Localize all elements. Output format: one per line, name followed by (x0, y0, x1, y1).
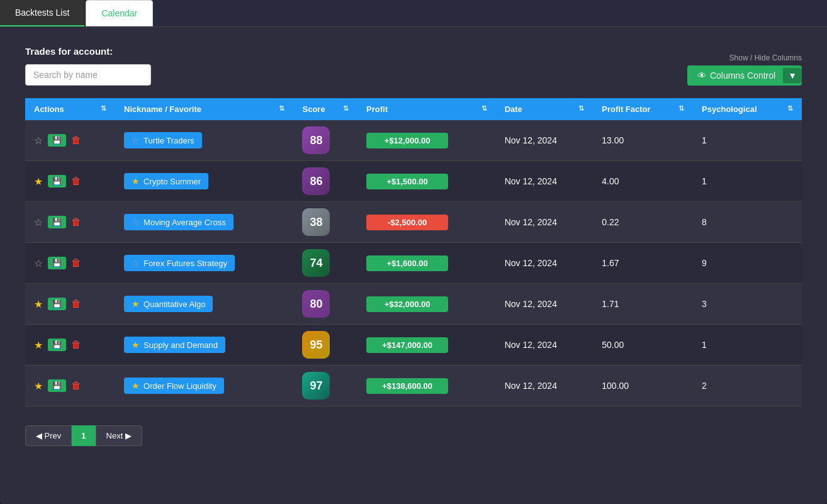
delete-button[interactable]: 🗑 (71, 380, 81, 391)
profit-cell: +$1,600.00 (357, 243, 496, 284)
save-button[interactable]: 💾 (48, 298, 66, 310)
nickname-star-icon: ★ (132, 176, 140, 186)
profit-cell: -$2,500.00 (357, 202, 496, 243)
save-button[interactable]: 💾 (48, 339, 66, 351)
save-button[interactable]: 💾 (48, 134, 66, 147)
nickname-badge[interactable]: ☆ Moving Average Cross (124, 214, 233, 230)
profit-factor-cell: 100.00 (593, 366, 693, 406)
dropdown-arrow-icon[interactable]: ▼ (783, 68, 802, 83)
favorite-star[interactable]: ★ (34, 298, 43, 310)
profit-cell: +$147,000.00 (357, 325, 496, 366)
main-content: Trades for account: Show / Hide Columns … (0, 27, 827, 504)
psychological-cell: 1 (693, 161, 802, 202)
search-input[interactable] (25, 64, 151, 86)
sort-icon-score: ⇅ (343, 104, 349, 113)
nickname-badge[interactable]: ★ Quantitative Algo (124, 296, 213, 312)
data-table: Actions ⇅ Nickname / Favorite ⇅ Score ⇅ … (25, 98, 802, 406)
columns-control-button[interactable]: 👁 Columns Control ▼ (687, 65, 802, 86)
table-row: ☆ 💾 🗑 ☆ Turtle Traders 88 +$12,000.00 No… (25, 120, 802, 161)
profit-badge: +$147,000.00 (366, 337, 448, 353)
tab-backtests[interactable]: Backtests List (0, 0, 84, 26)
table-header-row: Actions ⇅ Nickname / Favorite ⇅ Score ⇅ … (25, 98, 802, 120)
nickname-cell: ☆ Forex Futures Strategy (115, 243, 293, 284)
profit-badge: -$2,500.00 (366, 215, 448, 230)
profit-badge: +$12,000.00 (366, 133, 448, 148)
profit-badge: +$32,000.00 (366, 296, 448, 312)
favorite-star[interactable]: ☆ (34, 135, 43, 147)
favorite-star[interactable]: ★ (34, 339, 43, 351)
nickname-badge[interactable]: ★ Supply and Demand (124, 337, 225, 353)
table-row: ★ 💾 🗑 ★ Quantitative Algo 80 +$32,000.00… (25, 284, 802, 325)
nickname-star-icon: ☆ (132, 217, 140, 227)
date-cell: Nov 12, 2024 (496, 161, 594, 202)
actions-cell: ☆ 💾 🗑 (25, 243, 115, 284)
sort-icon-date: ⇅ (578, 104, 584, 113)
delete-button[interactable]: 🗑 (71, 176, 81, 187)
favorite-star[interactable]: ★ (34, 176, 43, 188)
score-cell: 80 (293, 284, 357, 325)
col-actions[interactable]: Actions ⇅ (25, 98, 115, 120)
col-psychological[interactable]: Psychological ⇅ (693, 98, 802, 120)
score-badge: 86 (302, 167, 330, 195)
nickname-text: Supply and Demand (143, 340, 218, 350)
nickname-star-icon: ☆ (132, 135, 140, 145)
col-profit[interactable]: Profit ⇅ (357, 98, 496, 120)
nickname-text: Turtle Traders (143, 136, 194, 145)
profit-cell: +$32,000.00 (357, 284, 496, 325)
delete-button[interactable]: 🗑 (71, 135, 81, 146)
delete-button[interactable]: 🗑 (71, 257, 81, 269)
nickname-text: Order Flow Liquidity (143, 381, 217, 391)
nickname-star-icon: ☆ (132, 258, 140, 268)
save-button[interactable]: 💾 (48, 257, 66, 269)
save-button[interactable]: 💾 (48, 379, 66, 392)
profit-factor-cell: 1.67 (593, 243, 693, 284)
nickname-badge[interactable]: ★ Crypto Summer (124, 173, 208, 189)
nickname-text: Moving Average Cross (143, 218, 226, 227)
favorite-star[interactable]: ☆ (34, 257, 43, 269)
profit-cell: +$138,600.00 (357, 366, 496, 406)
psychological-cell: 1 (693, 325, 802, 366)
psychological-cell: 8 (693, 202, 802, 243)
nickname-cell: ★ Supply and Demand (115, 325, 293, 366)
nickname-badge[interactable]: ☆ Forex Futures Strategy (124, 255, 235, 271)
nickname-star-icon: ★ (132, 381, 140, 391)
delete-button[interactable]: 🗑 (71, 298, 81, 310)
favorite-star[interactable]: ★ (34, 380, 43, 392)
col-nickname[interactable]: Nickname / Favorite ⇅ (115, 98, 293, 120)
eye-icon: 👁 (697, 70, 706, 81)
score-badge: 88 (302, 126, 330, 154)
table-row: ☆ 💾 🗑 ☆ Moving Average Cross 38 -$2,500.… (25, 202, 802, 243)
nickname-cell: ★ Crypto Summer (115, 161, 293, 202)
delete-button[interactable]: 🗑 (71, 216, 81, 228)
nickname-badge[interactable]: ☆ Turtle Traders (124, 132, 201, 148)
nickname-badge[interactable]: ★ Order Flow Liquidity (124, 378, 224, 394)
next-button[interactable]: Next ▶ (96, 425, 142, 446)
save-button[interactable]: 💾 (48, 175, 66, 188)
score-cell: 95 (293, 325, 357, 366)
sort-icon-nickname: ⇅ (279, 104, 284, 113)
show-hide-label: Show / Hide Columns (729, 53, 802, 62)
save-button[interactable]: 💾 (48, 216, 66, 228)
prev-button[interactable]: ◀ Prev (25, 425, 72, 446)
score-cell: 38 (293, 202, 357, 243)
date-cell: Nov 12, 2024 (496, 120, 594, 161)
col-date[interactable]: Date ⇅ (496, 98, 594, 120)
profit-cell: +$1,500.00 (357, 161, 496, 202)
score-badge: 38 (302, 208, 330, 236)
score-badge: 74 (302, 249, 330, 277)
actions-cell: ★ 💾 🗑 (25, 325, 115, 366)
delete-button[interactable]: 🗑 (71, 339, 81, 350)
table-row: ★ 💾 🗑 ★ Crypto Summer 86 +$1,500.00 Nov … (25, 161, 802, 202)
favorite-star[interactable]: ☆ (34, 216, 43, 228)
col-profit-factor[interactable]: Profit Factor ⇅ (593, 98, 693, 120)
trades-label: Trades for account: (25, 46, 151, 57)
nickname-text: Forex Futures Strategy (143, 259, 227, 268)
nickname-star-icon: ★ (132, 340, 140, 350)
score-cell: 88 (293, 120, 357, 161)
nickname-cell: ★ Order Flow Liquidity (115, 366, 293, 406)
nickname-star-icon: ★ (132, 299, 140, 309)
tab-calendar[interactable]: Calendar (86, 0, 153, 26)
psychological-cell: 9 (693, 243, 802, 284)
col-score[interactable]: Score ⇅ (293, 98, 357, 120)
date-cell: Nov 12, 2024 (496, 202, 594, 243)
